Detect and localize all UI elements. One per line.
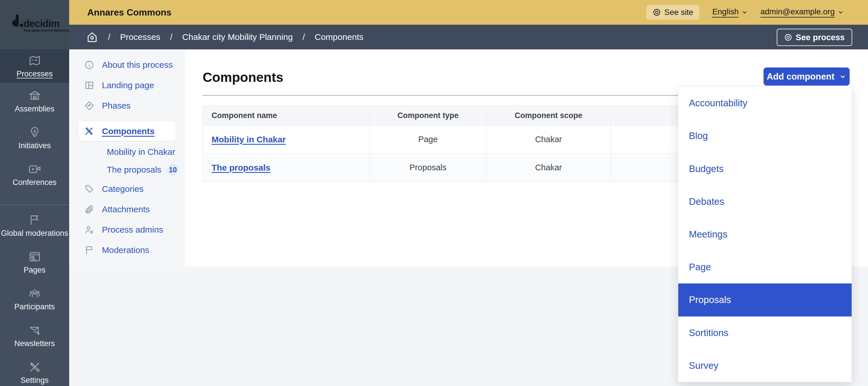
dropdown-item-blog[interactable]: Blog [678, 119, 851, 152]
sidebar-item-label: Newsletters [14, 339, 55, 348]
breadcrumb-separator: / [303, 32, 305, 42]
sidebar-item-participants[interactable]: Participants [0, 280, 69, 317]
tools-icon [84, 126, 94, 137]
add-component-button[interactable]: Add component [764, 67, 849, 86]
sidebar-item-label: Pages [24, 266, 45, 274]
tools-icon [28, 360, 41, 374]
chevron-down-icon [838, 9, 844, 16]
menu-item-label: Phases [102, 101, 131, 111]
page-title: Components [203, 69, 283, 85]
breadcrumb-bar: / Processes / Chakar city Mobility Plann… [69, 25, 868, 50]
menu-item-label: Landing page [102, 81, 154, 90]
breadcrumb-process-title[interactable]: Chakar city Mobility Planning [182, 32, 293, 42]
account-menu[interactable]: admin@example.org [761, 7, 844, 18]
phases-icon [84, 100, 94, 111]
dropdown-item-sortitions[interactable]: Sortitions [678, 317, 851, 349]
menu-item-phases[interactable]: Phases [69, 95, 185, 116]
breadcrumb-components[interactable]: Components [315, 32, 363, 42]
menu-item-label: Moderations [102, 245, 149, 255]
sidebar-item-newsletters[interactable]: Newsletters [0, 317, 69, 354]
sidebar-item-label: Participants [14, 303, 55, 311]
menu-item-label: The proposals [107, 165, 161, 175]
dropdown-item-page[interactable]: Page [678, 251, 851, 284]
component-link[interactable]: Mobility in Chakar [212, 135, 286, 144]
assembly-icon [28, 89, 41, 102]
organization-title: Annares Commons [87, 7, 172, 18]
menu-subitem-mobility-in-chakar[interactable]: Mobility in Chakar [69, 143, 185, 161]
admin-sidebar: Processes Assemblies Initiatives Confere… [0, 50, 69, 386]
sidebar-item-initiatives[interactable]: Initiatives [0, 119, 69, 156]
menu-item-label: Process admins [102, 225, 163, 235]
decidim-logo[interactable]: decidim free open-source democracy [0, 0, 69, 50]
component-scope-cell: Chakar [487, 154, 611, 182]
sidebar-item-label: Global moderations [1, 229, 68, 237]
see-process-button[interactable]: See process [777, 29, 852, 46]
sidebar-item-global-moderations[interactable]: Global moderations [0, 207, 69, 244]
menu-item-moderations[interactable]: Moderations [69, 240, 185, 260]
target-icon [784, 33, 792, 41]
sidebar-item-conferences[interactable]: Conferences [0, 156, 69, 193]
menu-item-landing-page[interactable]: Landing page [69, 75, 185, 95]
menu-item-label: Mobility in Chakar [107, 147, 175, 157]
component-type-cell: Page [370, 125, 487, 154]
component-scope-cell: Chakar [487, 125, 611, 154]
dropdown-item-meetings[interactable]: Meetings [678, 218, 851, 251]
column-header-component-type: Component type [370, 106, 487, 125]
newsletter-icon [28, 324, 41, 337]
logo-tagline: free open-source democracy [24, 28, 73, 32]
breadcrumb-separator: / [108, 32, 110, 42]
see-site-label: See site [664, 8, 693, 17]
paperclip-icon [84, 204, 94, 214]
map-icon [28, 54, 41, 67]
target-icon [653, 8, 661, 17]
chevron-down-icon [839, 73, 846, 81]
breadcrumb-processes[interactable]: Processes [120, 32, 160, 42]
dropdown-item-survey[interactable]: Survey [678, 349, 851, 382]
sidebar-item-assemblies[interactable]: Assemblies [0, 83, 69, 119]
see-site-button[interactable]: See site [646, 5, 700, 20]
menu-item-components[interactable]: Components [79, 121, 176, 141]
sidebar-item-label: Initiatives [19, 142, 51, 150]
sidebar-item-label: Assemblies [14, 105, 54, 113]
dropdown-item-proposals[interactable]: Proposals [678, 284, 851, 316]
column-header-component-name: Component name [203, 106, 370, 125]
see-process-label: See process [796, 33, 845, 42]
flag-icon [28, 213, 41, 227]
admin-user-icon [84, 225, 94, 235]
menu-item-about-process[interactable]: About this process [69, 55, 185, 75]
language-selector[interactable]: English [712, 7, 748, 18]
layout-icon [84, 80, 94, 90]
sidebar-divider [0, 205, 69, 205]
process-menu: About this process Landing page Phases C… [69, 50, 185, 267]
count-badge: 10 [167, 164, 179, 176]
flag-icon [84, 245, 94, 255]
menu-item-label: About this process [102, 60, 173, 70]
decidim-logo-icon [9, 13, 24, 28]
dropdown-item-budgets[interactable]: Budgets [678, 152, 851, 185]
menu-item-attachments[interactable]: Attachments [69, 199, 185, 219]
language-label: English [712, 7, 739, 18]
component-link[interactable]: The proposals [212, 163, 270, 172]
sidebar-item-processes[interactable]: Processes [0, 50, 69, 83]
sidebar-item-label: Conferences [12, 178, 57, 186]
dropdown-item-debates[interactable]: Debates [678, 185, 851, 218]
sidebar-item-pages[interactable]: Pages [0, 244, 69, 280]
column-header-component-scope: Component scope [487, 106, 611, 125]
menu-item-label: Attachments [102, 205, 150, 214]
home-icon[interactable] [86, 31, 98, 43]
top-bar: Annares Commons See site English admin@e… [69, 0, 868, 25]
add-component-label: Add component [767, 71, 834, 82]
component-type-cell: Proposals [370, 154, 487, 182]
sidebar-item-settings[interactable]: Settings [0, 354, 69, 386]
info-icon [84, 60, 94, 70]
menu-item-categories[interactable]: Categories [69, 179, 185, 199]
dropdown-item-accountability[interactable]: Accountability [678, 87, 851, 119]
logo-wordmark: decidim [24, 18, 59, 29]
breadcrumb: / Processes / Chakar city Mobility Plann… [86, 31, 363, 43]
add-component-dropdown: Accountability Blog Budgets Debates Meet… [678, 87, 851, 382]
menu-subitem-the-proposals[interactable]: The proposals 10 [69, 161, 185, 179]
chevron-down-icon [741, 9, 748, 16]
menu-item-process-admins[interactable]: Process admins [69, 219, 185, 240]
sidebar-item-label: Settings [21, 376, 49, 384]
conference-icon [28, 162, 41, 176]
